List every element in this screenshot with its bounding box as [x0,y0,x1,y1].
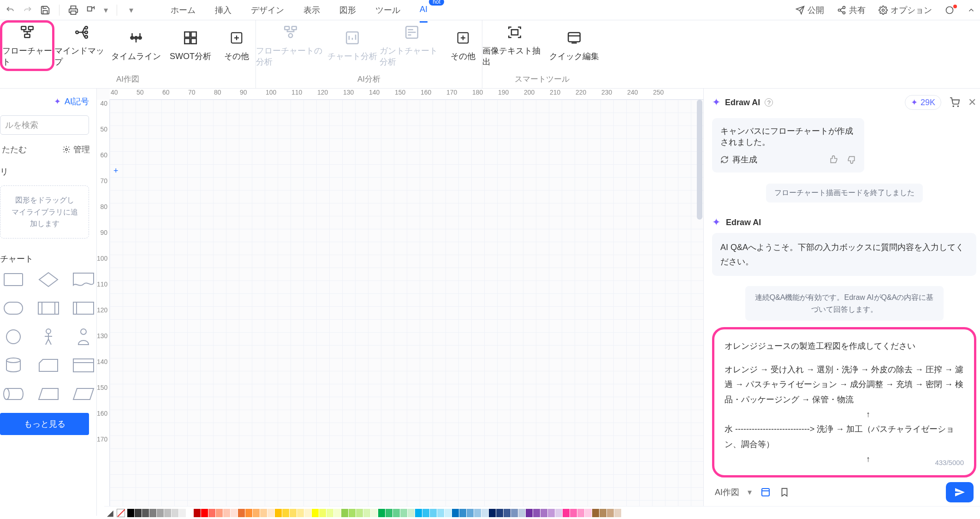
color-swatch[interactable] [526,509,533,517]
color-swatch[interactable] [540,509,547,517]
color-swatch[interactable] [415,509,422,517]
notification-icon[interactable] [945,6,954,15]
shape-roundrect[interactable] [1,298,26,318]
tab-design[interactable]: デザイン [251,1,284,19]
ribbon-gantt-analysis-button[interactable]: ガントチャート分析 [380,20,444,71]
color-swatch[interactable] [592,509,599,517]
ribbon-other2-button[interactable]: その他 [444,20,482,71]
shape-circle[interactable] [1,327,26,346]
ribbon-flow-analysis-button[interactable]: フローチャートの分析 [256,20,325,71]
color-swatch[interactable] [518,509,525,517]
shape-cylinder-h[interactable] [1,384,26,404]
shape-trapezoid[interactable] [36,384,61,404]
ribbon-flowchart-button[interactable]: フローチャート [0,20,54,71]
color-swatch[interactable] [511,509,518,517]
color-swatch[interactable] [157,509,164,517]
color-swatch[interactable] [570,509,577,517]
color-swatch[interactable] [356,509,363,517]
help-icon[interactable]: ? [765,98,773,107]
token-balance[interactable]: ✦ 29K [905,95,941,110]
color-swatch[interactable] [386,509,392,517]
print-icon[interactable] [68,5,79,16]
color-swatch[interactable] [186,509,193,517]
drop-hint[interactable]: 図形をドラッグし マイライブラリに追 加します [0,185,89,239]
color-swatch[interactable] [533,509,540,517]
color-swatch[interactable] [223,509,230,517]
tab-insert[interactable]: 挿入 [215,1,232,19]
vertical-scrollbar[interactable] [697,100,702,220]
color-swatch[interactable] [319,509,326,517]
color-swatch[interactable] [135,509,142,517]
color-swatch[interactable] [208,509,215,517]
shape-subprocess2[interactable] [71,298,96,318]
color-swatch[interactable] [452,509,459,517]
color-swatch[interactable] [600,509,606,517]
mode-dropdown-icon[interactable]: ▾ [748,487,752,497]
bookmark-icon[interactable] [779,487,790,497]
share-button[interactable]: 共有 [837,5,866,16]
tab-shapes[interactable]: 図形 [339,1,356,19]
color-swatch[interactable] [607,509,614,517]
color-swatch[interactable] [489,509,496,517]
color-swatch[interactable] [585,509,592,517]
shape-parallelogram[interactable] [71,384,96,404]
color-swatch[interactable] [467,509,474,517]
shape-rect-top[interactable] [71,356,96,375]
undo-icon[interactable] [5,5,16,16]
color-swatch[interactable] [253,509,260,517]
color-swatch[interactable] [172,509,178,517]
color-swatch[interactable] [393,509,400,517]
color-swatch[interactable] [282,509,289,517]
color-swatch[interactable] [312,509,319,517]
color-swatch[interactable] [327,509,333,517]
color-swatch[interactable] [304,509,311,517]
canvas[interactable]: 4050607080901001101201301401501601701801… [97,89,703,516]
color-swatch[interactable] [245,509,252,517]
cart-icon[interactable] [950,97,960,107]
shape-cylinder[interactable] [1,356,26,375]
color-swatch[interactable] [445,509,451,517]
color-swatch[interactable] [363,509,370,517]
send-button[interactable] [946,482,974,502]
export-dropdown-icon[interactable]: ▾ [103,5,108,16]
more-button[interactable]: もっと見る [0,413,89,435]
thumbs-up-icon[interactable] [829,155,838,164]
color-swatch[interactable] [334,509,341,517]
color-swatch[interactable] [179,509,186,517]
ribbon-ocr-button[interactable]: 画像テキスト抽出 [482,20,547,71]
shape-rect[interactable] [1,270,26,289]
canvas-grid[interactable] [110,100,703,516]
regenerate-button[interactable]: 再生成 [720,154,757,165]
color-swatch[interactable] [430,509,437,517]
color-swatch[interactable] [577,509,584,517]
close-icon[interactable]: ✕ [968,96,976,108]
ribbon-mindmap-button[interactable]: マインドマップ [54,20,109,71]
color-swatch[interactable] [238,509,245,517]
color-swatch[interactable] [563,509,570,517]
color-swatch[interactable] [349,509,356,517]
color-swatch[interactable] [496,509,503,517]
shape-person1[interactable] [36,327,61,346]
color-swatch[interactable] [164,509,171,517]
color-swatch[interactable] [194,509,201,517]
color-swatch[interactable] [614,509,621,517]
tab-display[interactable]: 表示 [303,1,320,19]
no-fill-swatch[interactable] [117,509,125,517]
shape-document[interactable] [71,270,96,289]
color-swatch[interactable] [371,509,378,517]
ribbon-swot-button[interactable]: SWOT分析 [163,20,218,71]
publish-button[interactable]: 公開 [796,5,824,16]
shape-diamond[interactable] [36,270,61,289]
tab-home[interactable]: ホーム [171,1,196,19]
color-swatch[interactable] [555,509,562,517]
export-icon[interactable] [85,5,96,16]
eyedropper-icon[interactable]: ◢ [107,508,113,518]
color-swatch[interactable] [459,509,466,517]
color-swatch[interactable] [481,509,488,517]
ai-input-box[interactable]: オレンジジュースの製造工程図を作成してください オレンジ → 受け入れ → 選別… [712,327,976,477]
collapse-ribbon-icon[interactable] [967,6,975,14]
color-swatch[interactable] [408,509,415,517]
thumbs-down-icon[interactable] [847,155,856,164]
ribbon-quick-edit-button[interactable]: クイック編集 [547,20,601,71]
save-icon[interactable] [40,5,51,16]
